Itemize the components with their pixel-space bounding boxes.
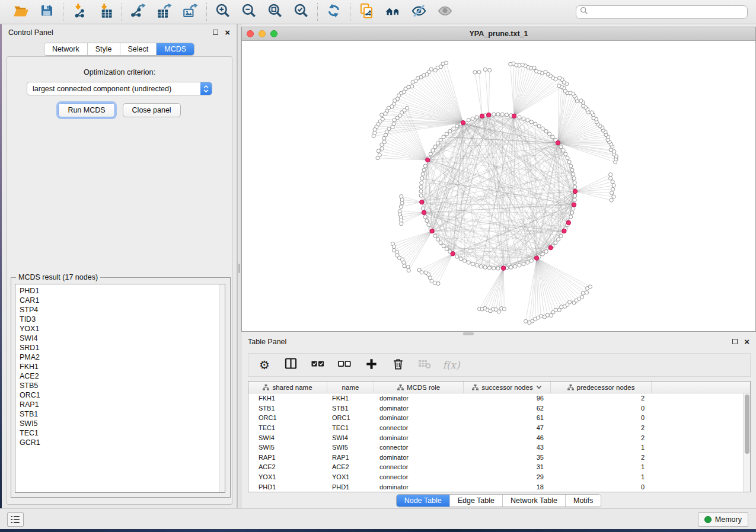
close-panel-icon[interactable]: × <box>225 30 230 36</box>
mcds-result-item[interactable]: PHD1 <box>20 286 219 296</box>
table-settings-button[interactable]: ⚙ <box>256 356 273 374</box>
delete-column-button[interactable] <box>389 356 407 374</box>
right-region: YPA_prune.txt_1 Table Panel × ⚙ <box>241 24 756 508</box>
show-all-button[interactable] <box>436 4 453 20</box>
memory-button[interactable]: Memory <box>698 512 748 527</box>
export-network-button[interactable] <box>130 4 146 20</box>
select-all-button[interactable] <box>309 356 327 374</box>
column-header-predecessor-nodes[interactable]: predecessor nodes <box>551 382 652 393</box>
table-row[interactable]: PHD1PHD1dominator180 <box>248 482 750 492</box>
table-row[interactable]: FKH1FKH1dominator962 <box>248 393 750 403</box>
mcds-result-item[interactable]: TEC1 <box>20 428 219 438</box>
open-file-button[interactable] <box>12 4 29 20</box>
mcds-result-item[interactable]: STP4 <box>20 305 219 315</box>
zoom-fit-button[interactable] <box>267 4 283 20</box>
table-cell: RAP1 <box>327 454 374 461</box>
tab-motifs[interactable]: Motifs <box>565 495 601 507</box>
column-header-mcds-role[interactable]: MCDS role <box>374 382 464 393</box>
mcds-result-item[interactable]: RAP1 <box>20 400 219 409</box>
network-canvas[interactable] <box>242 41 755 331</box>
table-scrollbar[interactable] <box>743 393 750 492</box>
table-row[interactable]: SWI5SWI5connector431 <box>248 443 750 453</box>
mcds-result-item[interactable]: PMA2 <box>20 352 219 362</box>
tab-edge-table[interactable]: Edge Table <box>449 495 502 507</box>
new-network-from-selection-button[interactable] <box>358 4 375 20</box>
mcds-result-item[interactable]: SWI5 <box>20 419 219 428</box>
add-column-button[interactable] <box>362 356 380 374</box>
network-window-titlebar[interactable]: YPA_prune.txt_1 <box>242 27 755 41</box>
mcds-result-item[interactable]: YOX1 <box>20 324 219 334</box>
mcds-result-item[interactable]: GCR1 <box>20 438 219 447</box>
export-image-button[interactable] <box>182 4 199 20</box>
float-table-panel-icon[interactable] <box>732 339 738 344</box>
save-session-button[interactable] <box>39 4 55 20</box>
tab-select[interactable]: Select <box>120 43 157 55</box>
table-cell: dominator <box>374 395 464 402</box>
tab-network-table[interactable]: Network Table <box>502 495 565 507</box>
table-row[interactable]: RAP1RAP1dominator352 <box>248 453 750 463</box>
vertical-splitter[interactable] <box>237 24 241 508</box>
optimization-criterion-select[interactable]: largest connected component (undirected) <box>27 82 212 95</box>
task-history-button[interactable] <box>7 512 24 527</box>
table-cell: SWI4 <box>327 434 374 441</box>
window-close-icon[interactable] <box>247 30 254 37</box>
float-panel-icon[interactable] <box>213 30 218 35</box>
zoom-out-button[interactable] <box>241 4 257 20</box>
mcds-result-item[interactable]: SWI4 <box>20 334 219 343</box>
mcds-result-item[interactable]: FKH1 <box>20 362 219 371</box>
tab-network[interactable]: Network <box>44 43 87 55</box>
horizontal-splitter-handle[interactable] <box>463 332 474 335</box>
table-row[interactable]: TEC1TEC1connector472 <box>248 423 750 433</box>
zoom-in-button[interactable] <box>215 4 231 20</box>
tab-mcds[interactable]: MCDS <box>156 43 194 55</box>
delete-table-button[interactable] <box>416 356 433 374</box>
table-tabs: Node Table Edge Table Network Table Moti… <box>396 494 602 507</box>
show-columns-button[interactable] <box>282 356 300 374</box>
table-cell: 35 <box>464 454 551 461</box>
export-table-button[interactable] <box>156 4 173 20</box>
mcds-result-item[interactable]: CAR1 <box>20 296 219 305</box>
table-cell: ORC1 <box>327 414 374 421</box>
table-cell: 1 <box>551 473 652 480</box>
column-header-shared-name[interactable]: shared name <box>248 382 327 393</box>
window-minimize-icon[interactable] <box>259 30 266 37</box>
import-table-button[interactable] <box>97 4 114 20</box>
zoom-selected-button[interactable] <box>293 4 310 20</box>
application-window: Control Panel × Network Style Select MCD… <box>0 0 756 532</box>
apply-layout-button[interactable] <box>326 4 342 20</box>
tab-style[interactable]: Style <box>87 43 120 55</box>
search-input[interactable] <box>591 8 744 16</box>
dropdown-stepper-icon <box>200 82 212 95</box>
column-header-name[interactable]: name <box>327 382 374 393</box>
first-neighbors-button[interactable] <box>384 4 401 20</box>
mcds-result-item[interactable]: STB1 <box>20 409 219 419</box>
import-network-button[interactable] <box>71 4 88 20</box>
table-row[interactable]: YOX1YOX1connector291 <box>248 472 750 482</box>
mcds-result-item[interactable]: TID3 <box>20 315 219 324</box>
toolbar-search[interactable] <box>576 5 748 19</box>
mcds-result-item[interactable]: SRD1 <box>20 343 219 352</box>
table-row[interactable]: ORC1ORC1dominator610 <box>248 413 750 423</box>
table-row[interactable]: SWI4SWI4dominator462 <box>248 432 750 443</box>
network-graph[interactable] <box>242 41 755 331</box>
network-view-window: YPA_prune.txt_1 <box>241 27 756 332</box>
window-maximize-icon[interactable] <box>270 30 277 37</box>
mcds-result-item[interactable]: ACE2 <box>20 371 219 381</box>
table-row[interactable]: ACE2ACE2connector311 <box>248 462 750 472</box>
run-mcds-button[interactable]: Run MCDS <box>58 103 114 117</box>
tab-node-table[interactable]: Node Table <box>397 495 449 507</box>
column-type-icon <box>567 384 574 390</box>
memory-label: Memory <box>715 515 742 524</box>
deselect-all-button[interactable] <box>336 356 353 374</box>
close-table-panel-icon[interactable]: × <box>744 339 749 345</box>
function-builder-button[interactable]: f(x) <box>442 356 460 374</box>
hide-selected-button[interactable] <box>410 4 427 20</box>
mcds-result-item[interactable]: ORC1 <box>20 390 219 400</box>
column-header-successor-nodes[interactable]: successor nodes <box>464 382 551 393</box>
mcds-list-scrollbar[interactable] <box>219 284 225 492</box>
table-scrollbar-thumb[interactable] <box>745 395 749 454</box>
table-row[interactable]: STB1STB1dominator620 <box>248 403 750 414</box>
close-panel-button[interactable]: Close panel <box>123 103 181 117</box>
mcds-result-item[interactable]: STB5 <box>20 381 219 390</box>
splitter-handle[interactable] <box>238 264 240 273</box>
